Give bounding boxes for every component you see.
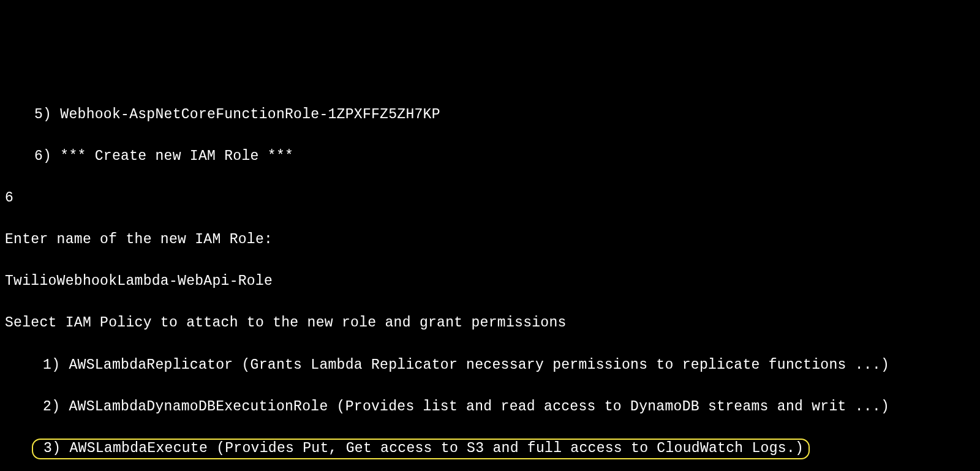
role-name-input: TwilioWebhookLambda-WebApi-Role	[5, 271, 975, 292]
prompt-policy: Select IAM Policy to attach to the new r…	[5, 312, 975, 333]
policy-option-1: 1) AWSLambdaReplicator (Grants Lambda Re…	[5, 355, 975, 375]
policy-option-3-highlighted: 3) AWSLambdaExecute (Provides Put, Get a…	[32, 439, 810, 459]
prompt-role-name: Enter name of the new IAM Role:	[5, 229, 975, 250]
policy-option-2: 2) AWSLambdaDynamoDBExecutionRole (Provi…	[5, 396, 975, 417]
prior-option-5: 5) Webhook-AspNetCoreFunctionRole-1ZPXFF…	[5, 104, 975, 125]
terminal-output[interactable]: 5) Webhook-AspNetCoreFunctionRole-1ZPXFF…	[0, 83, 980, 471]
prior-option-6: 6) *** Create new IAM Role ***	[5, 146, 975, 167]
user-input-selection: 6	[5, 187, 975, 208]
